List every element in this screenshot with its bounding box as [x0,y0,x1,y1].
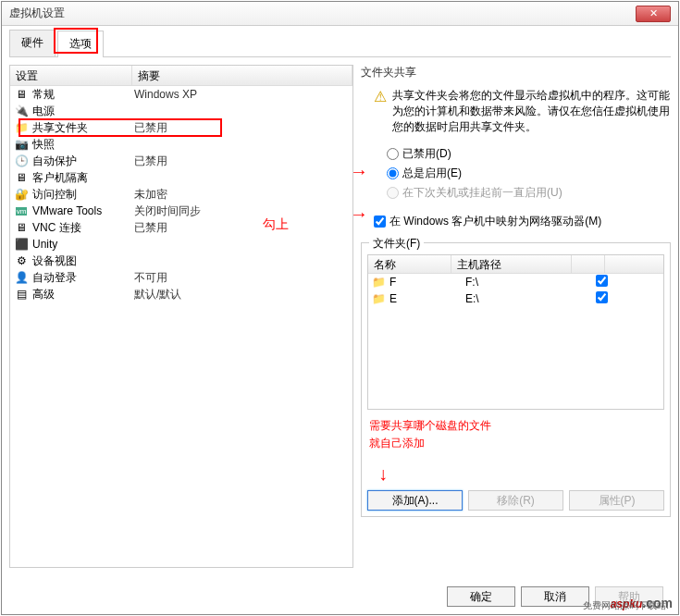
folder-name: E [389,292,465,305]
fl-head-check [572,255,605,273]
row-icon: ⬛ [14,237,29,252]
settings-row-3[interactable]: 📷快照 [10,136,352,153]
tab-options[interactable]: 选项 [57,31,104,57]
folder-icon: 📁 [372,292,386,305]
folders-group: 文件夹(F) 名称 主机路径 📁FF:\📁EE:\ 需要共享哪个磁盘的文件 就自… [361,242,671,517]
settings-row-2[interactable]: 📁共享文件夹已禁用 [10,119,352,136]
annotation-check-text: 勾上 [263,216,289,233]
row-name: 快照 [32,137,134,153]
radio-until: 在下次关机或挂起前一直启用(U) [387,185,671,201]
title-bar: 虚拟机设置 ✕ [2,2,678,26]
row-name: Unity [32,238,134,251]
row-summary: 默认/默认 [134,287,349,302]
row-icon: 🖥 [14,170,29,185]
row-name: 自动登录 [32,270,134,286]
tabs: 硬件 选项 [9,30,671,57]
row-name: 电源 [32,104,134,119]
settings-row-9[interactable]: ⬛Unity [10,236,352,253]
row-summary: 已禁用 [134,154,349,169]
row-summary: 关闭时间同步 [134,203,349,219]
settings-row-10[interactable]: ⚙设备视图 [10,253,352,269]
warning-icon: ⚠ [374,88,387,105]
settings-row-0[interactable]: 🖥常规Windows XP [10,86,352,103]
folder-row-0[interactable]: 📁FF:\ [368,274,663,290]
watermark-sub: 免费网站源码下载站! [583,599,669,612]
radio-disabled[interactable]: 已禁用(D) [387,146,671,162]
add-folder-button[interactable]: 添加(A)... [367,490,463,511]
annotation-folders: 需要共享哪个磁盘的文件 就自己添加 [367,415,664,454]
row-icon: 🔐 [14,187,29,202]
row-icon: ▤ [14,287,29,302]
row-icon: 🖥 [14,220,29,235]
checkbox-map-drive[interactable]: 在 Windows 客户机中映射为网络驱动器(M) [374,214,671,229]
row-name: 客户机隔离 [32,170,134,186]
radio-always[interactable]: 总是启用(E) [387,166,671,181]
remove-folder-button: 移除(R) [468,490,563,511]
right-panel: 文件夹共享 ⚠ 共享文件夹会将您的文件显示给虚拟机中的程序。这可能为您的计算机和… [361,65,671,568]
row-icon: 🖥 [14,87,29,102]
folder-row-1[interactable]: 📁EE:\ [368,290,663,307]
row-name: 自动保护 [32,154,134,169]
folder-list: 名称 主机路径 📁FF:\📁EE:\ [367,254,664,410]
row-summary: 已禁用 [134,120,349,136]
row-icon: 🕒 [14,154,29,168]
row-icon: 📁 [14,120,29,135]
settings-row-6[interactable]: 🔐访问控制未加密 [10,186,352,203]
folder-path: E:\ [465,292,582,305]
settings-row-1[interactable]: 🔌电源 [10,103,352,119]
list-header-setting: 设置 [10,66,132,85]
folder-name: F [389,276,465,289]
settings-row-5[interactable]: 🖥客户机隔离 [10,169,352,186]
settings-row-4[interactable]: 🕒自动保护已禁用 [10,153,352,169]
ok-button[interactable]: 确定 [447,586,515,607]
row-name: 常规 [32,87,134,103]
row-name: VNC 连接 [32,220,134,236]
row-icon: 👤 [14,270,29,285]
settings-row-8[interactable]: 🖥VNC 连接已禁用 [10,219,352,236]
row-icon: vm [14,203,29,218]
annotation-arrow-1: → [350,161,387,182]
row-name: 共享文件夹 [32,120,134,136]
settings-row-11[interactable]: 👤自动登录不可用 [10,269,352,286]
folder-enabled-checkbox[interactable] [582,275,608,290]
list-header-summary: 摘要 [132,66,352,85]
annotation-arrow-down: ↓ [378,463,664,485]
folder-icon: 📁 [372,276,386,289]
share-warning-text: 共享文件夹会将您的文件显示给虚拟机中的程序。这可能为您的计算机和数据带来风险。请… [392,88,671,135]
folders-legend: 文件夹(F) [369,236,424,252]
row-summary: Windows XP [134,88,349,101]
row-name: 访问控制 [32,187,134,203]
settings-row-12[interactable]: ▤高级默认/默认 [10,286,352,302]
fl-head-name: 名称 [368,255,451,273]
tab-hardware[interactable]: 硬件 [9,30,56,56]
window-close-button[interactable]: ✕ [636,6,671,22]
row-name: VMware Tools [32,204,134,217]
settings-row-7[interactable]: vmVMware Tools关闭时间同步 [10,203,352,219]
row-name: 高级 [32,287,134,302]
list-header: 设置 摘要 [10,66,352,86]
folder-properties-button: 属性(P) [569,490,664,511]
row-icon: 🔌 [14,104,29,118]
fl-head-path: 主机路径 [451,255,572,273]
settings-list: 设置 摘要 🖥常规Windows XP🔌电源📁共享文件夹已禁用📷快照🕒自动保护已… [9,65,353,568]
row-name: 设备视图 [32,253,134,269]
share-title: 文件夹共享 [361,65,671,80]
row-summary: 不可用 [134,270,349,286]
cancel-button[interactable]: 取消 [521,586,589,607]
row-icon: 📷 [14,137,29,152]
window-title: 虚拟机设置 [9,6,65,21]
folder-enabled-checkbox[interactable] [582,291,608,306]
row-summary: 已禁用 [134,220,349,236]
annotation-arrow-2: → [350,203,387,225]
row-icon: ⚙ [14,253,29,268]
row-summary: 未加密 [134,187,349,203]
folder-path: F:\ [465,276,582,289]
